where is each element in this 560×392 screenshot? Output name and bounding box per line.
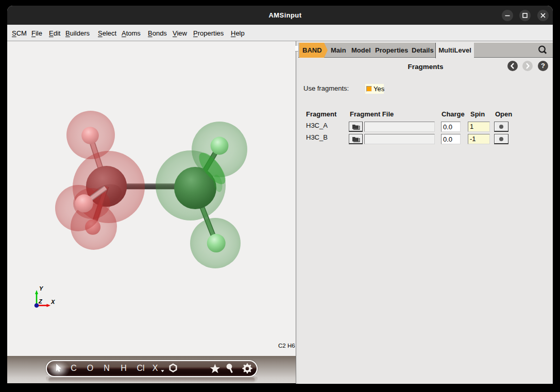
svg-text:X: X	[50, 299, 55, 305]
svg-text:C2 H6: C2 H6	[278, 343, 295, 349]
svg-text:Y: Y	[39, 285, 44, 292]
svg-text:Z: Z	[38, 298, 43, 304]
